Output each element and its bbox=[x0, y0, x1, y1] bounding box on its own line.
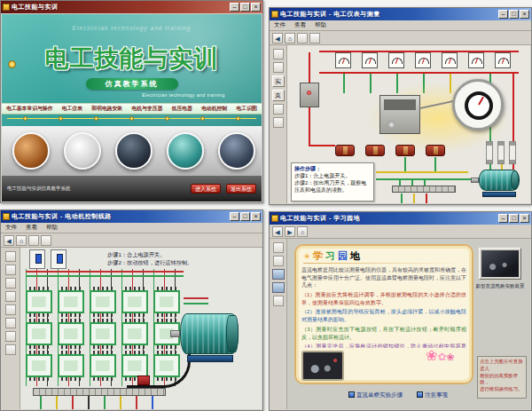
thumb-components[interactable] bbox=[115, 132, 153, 170]
home-icon[interactable]: ⌂ bbox=[297, 226, 308, 237]
thumb-wires[interactable] bbox=[12, 132, 50, 170]
rheostat[interactable] bbox=[395, 145, 415, 156]
maximize-button[interactable]: □ bbox=[240, 212, 250, 221]
meter[interactable] bbox=[415, 52, 431, 68]
meter[interactable] bbox=[362, 52, 378, 68]
minimize-button[interactable]: – bbox=[230, 212, 239, 221]
back-icon[interactable]: ◀ bbox=[272, 226, 283, 237]
back-icon[interactable]: ◀ bbox=[272, 33, 283, 43]
settings-icon[interactable] bbox=[41, 235, 51, 246]
titlebar[interactable]: 电工技能与实训 - 电动机控制线路 –□× bbox=[1, 210, 262, 223]
meter[interactable] bbox=[335, 52, 351, 68]
contactor[interactable] bbox=[379, 95, 420, 134]
meter[interactable] bbox=[442, 52, 458, 68]
palette-misc-icon[interactable] bbox=[5, 344, 16, 355]
relay-block[interactable] bbox=[26, 354, 52, 377]
sim-canvas[interactable]: 步骤1：合上电源开关。 步骤2：按动按钮，进行运转控制。 bbox=[20, 248, 262, 409]
titlebar[interactable]: 电工技能与实训 - 电工仪表与测量 –□× bbox=[270, 8, 531, 20]
minimize-button[interactable]: – bbox=[498, 214, 508, 223]
nav-icon[interactable] bbox=[273, 296, 284, 306]
meter[interactable] bbox=[495, 52, 511, 68]
menu-item-diagrams[interactable]: 电工识图 bbox=[237, 105, 257, 113]
palette-contactor-icon[interactable] bbox=[5, 265, 16, 275]
terminal-strip[interactable] bbox=[33, 388, 166, 396]
nav-icon[interactable] bbox=[273, 242, 284, 253]
palette-wire-icon[interactable] bbox=[5, 318, 16, 328]
close-button[interactable]: × bbox=[520, 214, 529, 223]
print-icon[interactable] bbox=[297, 33, 308, 43]
link-experiment-steps[interactable]: 直流单桥实验步骤 bbox=[348, 391, 403, 399]
menu-item-meters[interactable]: 电工仪表 bbox=[62, 105, 82, 113]
motor[interactable] bbox=[479, 170, 523, 198]
terminal-component[interactable] bbox=[137, 375, 150, 385]
nav-thumbnail[interactable] bbox=[272, 269, 285, 280]
menu-view[interactable]: 查看 bbox=[26, 224, 37, 232]
menu-item-lighting[interactable]: 照明电路安装 bbox=[91, 105, 122, 113]
thumb-contactors[interactable] bbox=[218, 132, 255, 170]
mode-physical-button[interactable]: 实 bbox=[272, 75, 285, 87]
fuse[interactable] bbox=[509, 141, 516, 164]
thumb-motor[interactable] bbox=[167, 132, 204, 170]
close-button[interactable]: × bbox=[520, 10, 529, 19]
enter-system-button[interactable]: 进入系统 bbox=[191, 184, 221, 194]
menu-file[interactable]: 文件 bbox=[5, 224, 17, 232]
palette-motor-icon[interactable] bbox=[5, 304, 16, 315]
rheostat[interactable] bbox=[426, 145, 445, 156]
fuse[interactable] bbox=[497, 141, 505, 164]
home-icon[interactable]: ⌂ bbox=[285, 33, 295, 43]
nav-icon[interactable] bbox=[273, 256, 284, 266]
maximize-button[interactable]: □ bbox=[509, 10, 519, 19]
menu-item-basics[interactable]: 电工基本常识与操作 bbox=[6, 105, 52, 113]
power-switch[interactable] bbox=[300, 83, 319, 107]
palette-relay-icon[interactable] bbox=[5, 278, 16, 288]
relay-block[interactable] bbox=[90, 322, 116, 345]
palette-meter-icon[interactable] bbox=[5, 331, 16, 342]
menu-item-lowvoltage[interactable]: 低压电器 bbox=[172, 105, 192, 113]
palette-breaker-icon[interactable] bbox=[5, 251, 16, 262]
back-icon[interactable]: ◀ bbox=[4, 235, 14, 246]
relay-block[interactable] bbox=[90, 354, 116, 377]
rheostat[interactable] bbox=[335, 145, 355, 156]
zoom-icon[interactable] bbox=[28, 235, 39, 246]
link-precautions[interactable]: 注意事项 bbox=[417, 391, 448, 399]
relay-block[interactable] bbox=[26, 290, 52, 313]
meter[interactable] bbox=[468, 52, 484, 68]
relay-block[interactable] bbox=[121, 290, 148, 313]
relay-block[interactable] bbox=[58, 322, 84, 345]
exit-system-button[interactable]: 退出系统 bbox=[226, 184, 256, 194]
titlebar[interactable]: 电工技能与实训 –□× bbox=[1, 1, 262, 13]
menu-help[interactable]: 帮助 bbox=[46, 224, 58, 232]
magnifier-view[interactable] bbox=[452, 79, 504, 130]
settings-icon[interactable] bbox=[309, 33, 320, 43]
sim-canvas[interactable]: 操作步骤： 步骤1：合上电源开关。 步骤2：按出闸刀开关，观察电压表和电流表的读… bbox=[287, 45, 530, 203]
menu-item-motors[interactable]: 电机与变压器 bbox=[131, 105, 162, 113]
home-icon[interactable]: ⌂ bbox=[16, 235, 27, 246]
motor[interactable] bbox=[180, 313, 251, 363]
close-button[interactable]: × bbox=[251, 3, 261, 12]
forward-icon[interactable]: ▶ bbox=[285, 226, 295, 237]
relay-block[interactable] bbox=[58, 354, 84, 377]
palette-icon[interactable] bbox=[273, 104, 284, 115]
close-button[interactable]: × bbox=[251, 212, 261, 221]
menu-help[interactable]: 帮助 bbox=[315, 21, 326, 29]
relay-block[interactable] bbox=[153, 290, 180, 313]
menu-view[interactable]: 查看 bbox=[294, 21, 306, 29]
relay-block[interactable] bbox=[121, 322, 148, 345]
terminal-strip[interactable] bbox=[392, 186, 456, 193]
mode-real-button[interactable]: 真 bbox=[272, 90, 285, 101]
fuse[interactable] bbox=[486, 141, 493, 164]
menu-file[interactable]: 文件 bbox=[274, 21, 286, 29]
device-photo[interactable] bbox=[479, 248, 521, 280]
palette-icon[interactable] bbox=[273, 62, 284, 73]
palette-icon[interactable] bbox=[273, 49, 284, 59]
maximize-button[interactable]: □ bbox=[509, 214, 519, 223]
thumb-meter[interactable] bbox=[64, 132, 101, 170]
relay-block[interactable] bbox=[26, 322, 52, 345]
menu-item-motorcontrol[interactable]: 电动机控制 bbox=[201, 105, 227, 113]
minimize-button[interactable]: – bbox=[498, 10, 508, 19]
circuit-breaker[interactable] bbox=[29, 249, 45, 269]
titlebar[interactable]: 电工技能与实训 - 学习园地 –□× bbox=[270, 212, 531, 225]
meter[interactable] bbox=[388, 52, 404, 68]
nav-thumbnail[interactable] bbox=[272, 282, 285, 293]
minimize-button[interactable]: – bbox=[230, 3, 239, 12]
